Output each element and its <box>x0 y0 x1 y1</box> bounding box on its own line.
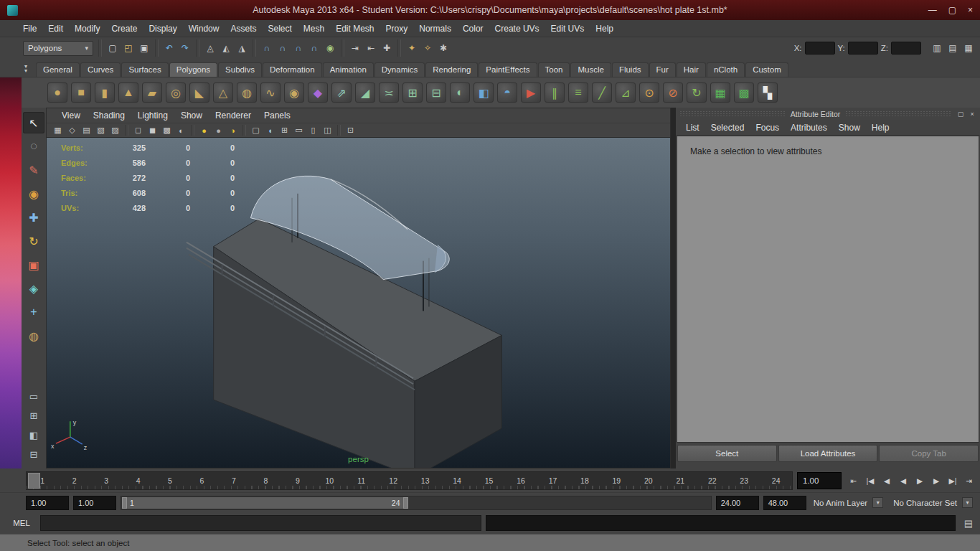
selection-mode-dropdown[interactable]: Polygons ▾ <box>23 41 93 56</box>
select-by-hierarchy-icon[interactable]: ◬ <box>203 41 217 55</box>
shelf-tab[interactable]: Hair <box>677 62 706 77</box>
separate-icon[interactable]: ⊟ <box>426 83 446 103</box>
range-start-handle[interactable] <box>122 497 127 509</box>
menu-item[interactable]: Edit <box>42 24 69 34</box>
soft-modification-tool[interactable]: ◉ <box>23 183 44 204</box>
menu-item[interactable]: Help <box>590 24 619 34</box>
menu-item[interactable]: Normals <box>413 24 457 34</box>
close-button[interactable]: × <box>968 5 973 15</box>
combine-icon[interactable]: ⊞ <box>402 83 423 103</box>
ipr-render-icon[interactable]: ✧ <box>420 41 435 55</box>
menu-item[interactable]: Mesh <box>298 24 330 34</box>
shelf-tab[interactable]: Subdivs <box>218 62 262 77</box>
menu-item[interactable]: Proxy <box>380 24 414 34</box>
x-input[interactable] <box>805 42 835 55</box>
rotate-tool[interactable]: ↻ <box>23 230 44 252</box>
single-pane-layout-button[interactable]: ▭ <box>23 387 44 405</box>
append-polygon-icon[interactable]: ⊿ <box>616 83 636 103</box>
render-settings-icon[interactable]: ✱ <box>436 41 451 55</box>
bookmarks-icon[interactable]: ▧ <box>94 124 108 136</box>
maximize-button[interactable]: ▢ <box>948 5 956 15</box>
shelf-tab[interactable]: Dynamics <box>374 62 425 77</box>
poly-helix-icon[interactable]: ∿ <box>260 83 281 103</box>
save-scene-icon[interactable]: ▣ <box>137 41 151 55</box>
play-backwards-button[interactable]: ◀ <box>895 473 911 489</box>
animation-start-field[interactable]: 1.00 <box>26 496 69 510</box>
menu-item[interactable]: Create UVs <box>489 24 545 34</box>
open-scene-icon[interactable]: ◰ <box>121 41 136 55</box>
range-slider[interactable]: 1 24 <box>121 496 712 510</box>
image-plane-icon[interactable]: ▨ <box>108 124 122 136</box>
poly-pipe-icon[interactable]: ◍ <box>237 83 257 103</box>
show-tool-settings-button[interactable]: ▤ <box>946 41 960 55</box>
go-to-start-button[interactable]: ⇤ <box>846 473 862 489</box>
shelf-menu-button[interactable]: ▾▾ <box>24 65 27 73</box>
playback-end-field[interactable]: 24.00 <box>716 496 759 510</box>
xray-icon[interactable]: ◖ <box>263 124 277 136</box>
wireframe-icon[interactable]: ◻ <box>131 124 145 136</box>
shelf-tab[interactable]: General <box>36 62 80 77</box>
multi-pane-icon[interactable]: ⊡ <box>344 124 357 136</box>
character-set-dropdown[interactable]: No Character Set ▾ <box>890 495 976 511</box>
gate-mask-icon[interactable]: ◫ <box>321 124 334 136</box>
snap-to-curve-icon[interactable]: ∩ <box>275 41 290 55</box>
snap-to-grid-icon[interactable]: ∩ <box>260 41 274 55</box>
menu-item[interactable]: Edit UVs <box>545 24 590 34</box>
boolean-icon[interactable]: ◐ <box>450 83 470 103</box>
smooth-icon[interactable]: ◓ <box>497 83 517 103</box>
panel-menu-item[interactable]: Shading <box>87 110 131 121</box>
ae-menu-item[interactable]: Selected <box>705 123 750 133</box>
shelf-tab[interactable]: Custom <box>745 62 788 77</box>
grid-icon[interactable]: ⊞ <box>278 124 291 136</box>
uv-checker-icon[interactable]: ▩ <box>734 83 754 103</box>
select-camera-icon[interactable]: ▦ <box>51 124 65 136</box>
snap-to-view-plane-icon[interactable]: ∩ <box>307 41 321 55</box>
select-button[interactable]: Select <box>677 445 777 462</box>
ae-menu-item[interactable]: Help <box>866 123 895 133</box>
smooth-shade-icon[interactable]: ◼ <box>146 124 159 136</box>
step-back-frame-button[interactable]: ◀ <box>879 473 895 489</box>
paint-selection-tool[interactable]: ✎ <box>23 159 44 181</box>
film-gate-icon[interactable]: ▭ <box>292 124 306 136</box>
menu-item[interactable]: Select <box>262 24 297 34</box>
poly-platonic-icon[interactable]: ◆ <box>308 83 328 103</box>
construction-history-icon[interactable]: ✚ <box>380 41 394 55</box>
select-edge-loop-icon[interactable]: ▶ <box>521 83 541 103</box>
anim-layer-dropdown[interactable]: No Anim Layer ▾ <box>811 495 886 511</box>
shelf-tab[interactable]: nCloth <box>707 62 745 77</box>
animation-end-field[interactable]: 48.00 <box>763 496 806 510</box>
select-tool[interactable]: ↖ <box>23 112 44 133</box>
script-editor-button[interactable]: ▤ <box>960 515 977 531</box>
play-forwards-button[interactable]: ▶ <box>912 473 928 489</box>
mirror-icon[interactable]: ◧ <box>473 83 494 103</box>
shelf-tab[interactable]: PaintEffects <box>479 62 537 77</box>
poly-prism-icon[interactable]: ◣ <box>189 83 209 103</box>
move-tool[interactable]: ✚ <box>23 207 44 228</box>
shadows-icon[interactable]: ● <box>212 124 225 136</box>
shelf-tab[interactable]: Curves <box>80 62 121 77</box>
undo-icon[interactable]: ↶ <box>162 41 176 55</box>
poly-cylinder-icon[interactable]: ▮ <box>95 83 115 103</box>
snap-to-point-icon[interactable]: ∩ <box>291 41 306 55</box>
viewport[interactable]: y x z Verts: 325 0 0 Edges: 586 0 0 Face… <box>47 138 670 468</box>
input-connections-icon[interactable]: ⇥ <box>348 41 362 55</box>
poly-cube-icon[interactable]: ■ <box>71 83 91 103</box>
menu-item[interactable]: File <box>17 24 42 34</box>
command-line-result[interactable] <box>486 515 956 531</box>
checker-map-icon[interactable]: ▚ <box>758 83 778 103</box>
shelf-tab[interactable]: Surfaces <box>121 62 168 77</box>
output-connections-icon[interactable]: ⇤ <box>364 41 378 55</box>
load-attributes-button[interactable]: Load Attributes <box>778 445 878 462</box>
redo-icon[interactable]: ↷ <box>178 41 192 55</box>
shelf-tab[interactable]: Fur <box>649 62 676 77</box>
isolate-select-icon[interactable]: ▢ <box>249 124 263 136</box>
step-forward-frame-button[interactable]: ▶ <box>928 473 944 489</box>
last-tool[interactable]: ◍ <box>23 325 44 347</box>
ae-close-button[interactable]: × <box>968 110 976 118</box>
screen-space-ao-icon[interactable]: ◑ <box>226 124 240 136</box>
panel-menu-item[interactable]: Panels <box>258 110 297 121</box>
minimize-button[interactable]: — <box>928 5 937 15</box>
ae-menu-item[interactable]: Focus <box>750 123 785 133</box>
command-line-input[interactable] <box>40 515 481 531</box>
shelf-tab[interactable]: Polygons <box>169 62 217 77</box>
